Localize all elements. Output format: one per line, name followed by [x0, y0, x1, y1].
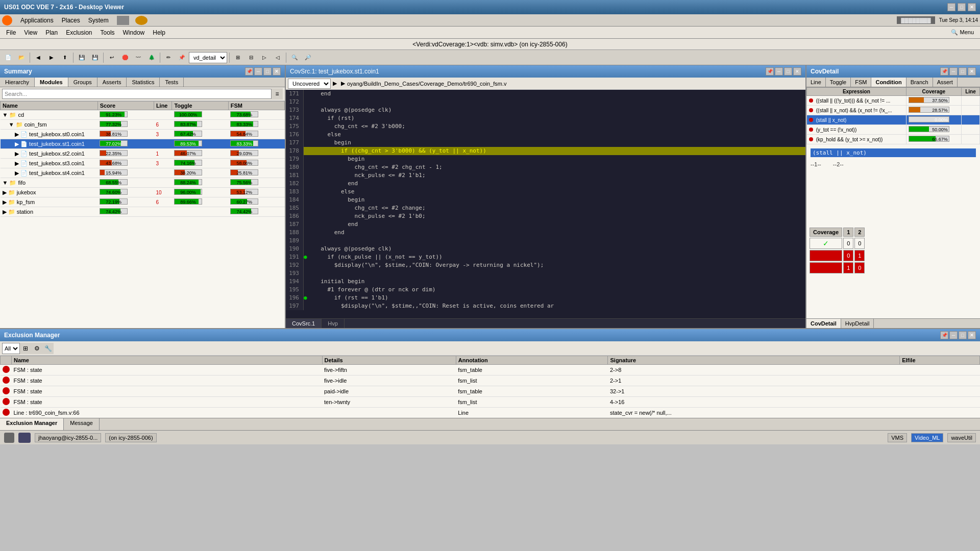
code-close[interactable]: ✕: [793, 67, 801, 76]
toolbar-zoom[interactable]: 🔍: [288, 52, 301, 64]
summary-row[interactable]: ▶ 📁 station 74.42% 74.42%: [1, 207, 285, 217]
toolbar-tree[interactable]: 🌲: [145, 52, 158, 64]
cov-tab-assert[interactable]: Assert: [933, 78, 958, 87]
code-tab-hvp[interactable]: Hvp: [322, 319, 345, 328]
menu-view[interactable]: View: [20, 28, 41, 37]
summary-maximize[interactable]: □: [263, 67, 272, 76]
tree-search-input[interactable]: [2, 89, 272, 99]
minimize-button[interactable]: ─: [947, 3, 955, 11]
menu-file[interactable]: File: [2, 28, 20, 37]
toolbar-layout2[interactable]: ⊟: [245, 52, 257, 64]
toolbar-layout3[interactable]: ▷: [258, 52, 271, 64]
menu-plan[interactable]: Plan: [41, 28, 62, 37]
cov-bottom-tab-detail[interactable]: CovDetail: [806, 319, 841, 328]
summary-row[interactable]: ▶ 📄 test_jukebox.st4.coin1 15.94% 38.20%…: [1, 168, 285, 178]
excl-minimize[interactable]: ─: [949, 331, 958, 339]
menu-system[interactable]: System: [84, 16, 113, 25]
toolbar-detail-dropdown[interactable]: vd_detail: [189, 52, 227, 63]
exclusion-row[interactable]: FSM : state ten->twnty fsm_list 4->16: [1, 397, 980, 408]
tree-expand-icon[interactable]: ▶: [3, 199, 8, 205]
code-maximize[interactable]: □: [784, 67, 792, 76]
cov-expression-row[interactable]: (y_tot == (!x_not)) 50.00%: [807, 125, 980, 135]
tree-expand-icon[interactable]: ▶: [3, 209, 8, 215]
excl-filter-icon[interactable]: ⊞: [20, 343, 31, 354]
summary-row[interactable]: ▼ 📁 coin_fsm 77.32% 6 83.87% 83.33%: [1, 120, 285, 130]
excl-maximize[interactable]: □: [959, 331, 967, 339]
toolbar-stop[interactable]: 🛑: [119, 52, 131, 64]
toolbar-zoom2[interactable]: 🔎: [302, 52, 314, 64]
summary-row[interactable]: ▶ 📄 test_jukebox.st2.coin1 22.35% 1 46.0…: [1, 149, 285, 159]
cov-expression-row[interactable]: ((stall || x_not) && (x_not != (!x_... 2…: [807, 106, 980, 115]
cov-pin[interactable]: 📌: [940, 67, 948, 76]
summary-row[interactable]: ▶ 📄 test_jukebox.st3.coin1 43.68% 3 74.1…: [1, 159, 285, 168]
summary-row[interactable]: ▶ 📁 jukebox 74.60% 10 96.00% 53.12%: [1, 188, 285, 197]
toolbar-forward[interactable]: ▶: [45, 52, 58, 64]
tree-expand-icon[interactable]: ▶: [3, 170, 21, 176]
tree-expand-icon[interactable]: ▶: [3, 151, 21, 157]
toolbar-save[interactable]: 💾: [76, 52, 88, 64]
summary-close[interactable]: ✕: [273, 67, 281, 76]
cov-expression-row[interactable]: (stall || x_not) 0.00%: [807, 115, 980, 125]
uncovered-dropdown[interactable]: Uncovered: [288, 79, 331, 89]
cov-tab-branch[interactable]: Branch: [906, 78, 933, 87]
tree-list-view[interactable]: ≡: [272, 88, 283, 99]
cov-maximize[interactable]: □: [959, 67, 967, 76]
summary-row[interactable]: ▼ 📁 fifo 68.55% 88.24% 75.56%: [1, 178, 285, 188]
excl-filter-dropdown[interactable]: All: [2, 343, 20, 354]
menu-exclusion[interactable]: Exclusion: [62, 28, 96, 37]
toolbar-edit[interactable]: ✏: [162, 52, 175, 64]
tab-tests[interactable]: Tests: [160, 78, 184, 87]
toolbar-save2[interactable]: 💾: [89, 52, 101, 64]
toolbar-open[interactable]: 📂: [15, 52, 28, 64]
tree-expand-icon[interactable]: ▼: [3, 121, 16, 128]
bottom-tab-exclusion[interactable]: Exclusion Manager: [0, 418, 64, 430]
exclusion-row[interactable]: FSM : state five->idle fsm_list 2->1: [1, 375, 980, 386]
excl-tool-icon[interactable]: ⚙: [31, 343, 42, 354]
close-button[interactable]: ✕: [968, 3, 976, 11]
tree-expand-icon[interactable]: ▶: [3, 160, 21, 166]
menu-help[interactable]: Help: [149, 28, 169, 37]
cov-expression-row[interactable]: ((stall || ((!y_tot))) && (x_not != ... …: [807, 96, 980, 106]
bottom-tab-message[interactable]: Message: [64, 418, 100, 430]
menu-tools[interactable]: Tools: [96, 28, 119, 37]
summary-row[interactable]: ▶ 📁 kp_fsm 72.19% 6 89.66% 60.27%: [1, 197, 285, 207]
code-minimize[interactable]: ─: [775, 67, 783, 76]
menu-window[interactable]: Window: [119, 28, 149, 37]
exclusion-row[interactable]: FSM : state paid->idle fsm_table 32->1: [1, 386, 980, 397]
exclusion-row[interactable]: Line : tr690_coin_fsm.v:66 Line state_cv…: [1, 408, 980, 418]
toolbar-layout1[interactable]: ⊞: [232, 52, 244, 64]
exclusion-row[interactable]: FSM : state five->fiftn fsm_table 2->8: [1, 365, 980, 375]
tab-asserts[interactable]: Asserts: [97, 78, 127, 87]
summary-row[interactable]: ▼ 📁 cd 91.23% 100.00% 73.68%: [1, 110, 285, 120]
code-tab-covsrc1[interactable]: CovSrc.1: [286, 319, 322, 328]
excl-close[interactable]: ✕: [968, 331, 976, 339]
tab-modules[interactable]: Modules: [35, 78, 68, 87]
toolbar-undo[interactable]: ↩: [106, 52, 118, 64]
summary-pin[interactable]: 📌: [245, 67, 253, 76]
tree-expand-icon[interactable]: ▼: [3, 112, 10, 118]
summary-minimize[interactable]: ─: [254, 67, 262, 76]
cov-minimize[interactable]: ─: [949, 67, 958, 76]
cov-expression-row[interactable]: (kp_hold && (y_tot >= x_not)) 66.67%: [807, 135, 980, 144]
cov-tab-line[interactable]: Line: [806, 78, 826, 87]
code-pin[interactable]: 📌: [766, 67, 774, 76]
cov-tab-fsm[interactable]: FSM: [851, 78, 871, 87]
cov-tab-condition[interactable]: Condition: [871, 78, 906, 87]
summary-row[interactable]: ▶ 📄 test_jukebox.st1.coin1 77.02% 89.53%…: [1, 139, 285, 149]
menu-places[interactable]: Places: [58, 16, 84, 25]
cov-tab-toggle[interactable]: Toggle: [826, 78, 851, 87]
tree-expand-icon[interactable]: ▶: [3, 189, 8, 195]
excl-config-icon[interactable]: 🔧: [42, 343, 54, 354]
toolbar-new[interactable]: 📄: [2, 52, 14, 64]
excl-pin[interactable]: 📌: [940, 331, 948, 339]
cov-close[interactable]: ✕: [968, 67, 976, 76]
toolbar-annotate[interactable]: 📌: [176, 52, 188, 64]
tree-expand-icon[interactable]: ▶: [3, 141, 21, 147]
toolbar-up[interactable]: ⬆: [59, 52, 71, 64]
tree-expand-icon[interactable]: ▶: [3, 131, 21, 137]
summary-row[interactable]: ▶ 📄 test_jukebox.st0.coin1 38.81% 3 67.4…: [1, 130, 285, 139]
tab-groups[interactable]: Groups: [68, 78, 97, 87]
tab-hierarchy[interactable]: Hierarchy: [0, 78, 35, 87]
toolbar-wave[interactable]: 〰: [132, 52, 144, 64]
menu-applications[interactable]: Applications: [16, 16, 58, 25]
